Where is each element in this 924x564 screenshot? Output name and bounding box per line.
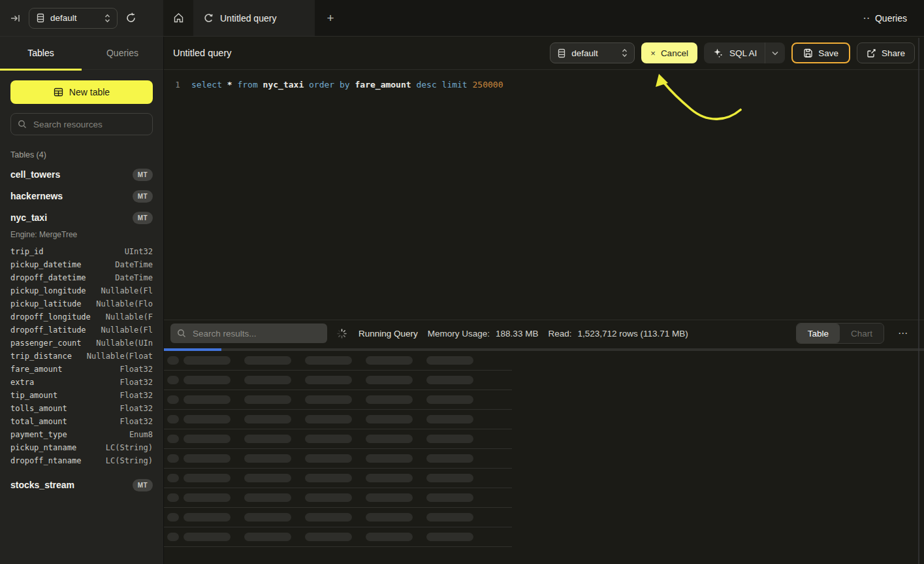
chevron-down-icon[interactable] (765, 51, 785, 56)
resource-search-input[interactable] (32, 119, 146, 130)
column-row[interactable]: extraFloat32 (10, 376, 153, 389)
query-database-selector[interactable]: default (550, 42, 635, 63)
view-tab-table-label: Table (808, 329, 829, 339)
home-tab-button[interactable] (163, 0, 193, 36)
top-bar: default (0, 0, 924, 37)
column-row[interactable]: dropoff_longitudeNullable(F (10, 310, 153, 323)
skeleton-cell (366, 376, 413, 384)
skeleton-cell (167, 533, 179, 541)
resource-search[interactable] (10, 113, 153, 135)
skeleton-cell (305, 474, 352, 482)
tab-strip: Untitled query + ·· Queries (163, 0, 924, 37)
scrollbar[interactable] (918, 38, 919, 564)
query-header-actions: default × Cancel (550, 42, 915, 63)
sidebar-tab-tables[interactable]: Tables (0, 37, 82, 69)
skeleton-cell (244, 376, 291, 384)
editor-line[interactable]: 1 select * from nyc_taxi order by fare_a… (164, 77, 924, 91)
skeleton-row (164, 508, 512, 527)
results-search[interactable] (170, 323, 327, 343)
table-item-nyc-taxi[interactable]: nyc_taxi MT (10, 211, 153, 224)
skeleton-cell (167, 474, 179, 482)
sidebar-tab-queries[interactable]: Queries (82, 37, 163, 69)
skeleton-cell (426, 415, 473, 423)
skeleton-cell (183, 454, 231, 463)
column-row[interactable]: payment_typeEnum8 (10, 428, 153, 441)
column-row[interactable]: dropoff_datetimeDateTime (10, 271, 153, 284)
column-list: trip_idUInt32pickup_datetimeDateTimedrop… (10, 245, 153, 467)
table-item-stocks-stream[interactable]: stocks_stream MT (10, 478, 153, 491)
skeleton-row (164, 449, 512, 469)
column-row[interactable]: trip_distanceNullable(Float (10, 350, 153, 363)
queries-button[interactable]: ·· Queries (846, 0, 924, 36)
sql-token-operator: * (227, 80, 238, 90)
table-item-cell-towers[interactable]: cell_towers MT (10, 168, 153, 181)
column-row[interactable]: tip_amountFloat32 (10, 389, 153, 402)
cancel-button[interactable]: × Cancel (641, 42, 697, 63)
database-icon (36, 13, 45, 23)
share-button[interactable]: Share (857, 42, 915, 63)
column-row[interactable]: pickup_latitudeNullable(Flo (10, 297, 153, 310)
new-table-button[interactable]: New table (10, 80, 153, 104)
column-row[interactable]: tolls_amountFloat32 (10, 402, 153, 415)
column-type: DateTime (115, 260, 153, 269)
column-row[interactable]: pickup_longitudeNullable(Fl (10, 284, 153, 297)
skeleton-cell (305, 376, 352, 384)
home-icon (173, 12, 184, 24)
tab-untitled-query[interactable]: Untitled query (193, 0, 315, 36)
skeleton-cell (167, 493, 179, 502)
new-tab-button[interactable]: + (315, 0, 346, 36)
refresh-button[interactable] (123, 10, 139, 26)
skeleton-cell (366, 415, 413, 423)
share-icon (867, 48, 876, 58)
column-name: payment_type (10, 430, 67, 439)
column-row[interactable]: dropoff_latitudeNullable(Fl (10, 323, 153, 337)
column-row[interactable]: pickup_ntanameLC(String) (10, 441, 153, 454)
column-type: DateTime (115, 273, 153, 282)
column-name: total_amount (10, 417, 67, 426)
skeleton-cell (183, 533, 231, 541)
skeleton-cell (426, 356, 473, 365)
table-item-hackernews[interactable]: hackernews MT (10, 190, 153, 203)
collapse-sidebar-button[interactable] (8, 10, 24, 26)
skeleton-row (164, 488, 512, 508)
view-toggle: Table Chart (796, 323, 884, 344)
column-name: trip_distance (10, 352, 72, 361)
sql-token-number: 250000 (473, 80, 503, 90)
memory-usage-label: Memory Usage: (428, 329, 490, 339)
skeleton-cell (305, 513, 352, 522)
column-row[interactable]: fare_amountFloat32 (10, 363, 153, 376)
sql-code-line[interactable]: select * from nyc_taxi order by fare_amo… (191, 80, 503, 90)
save-button[interactable]: Save (791, 42, 850, 63)
view-tab-table[interactable]: Table (797, 323, 840, 343)
column-row[interactable]: pickup_datetimeDateTime (10, 258, 153, 271)
skeleton-cell (366, 474, 413, 482)
column-type: Nullable(Float (87, 352, 153, 361)
sql-token-keyword: select (191, 80, 227, 90)
skeleton-cell (244, 474, 291, 482)
view-tab-chart[interactable]: Chart (840, 323, 884, 343)
skeleton-cell (426, 474, 473, 482)
column-row[interactable]: total_amountFloat32 (10, 415, 153, 428)
sidebar: Tables Queries New table (0, 37, 163, 564)
more-options-button[interactable]: ⋯ (894, 326, 912, 340)
sql-ai-button[interactable]: SQL AI (704, 42, 785, 63)
skeleton-cell (366, 395, 413, 404)
database-selector[interactable]: default (29, 8, 118, 29)
view-tab-chart-label: Chart (851, 329, 872, 339)
column-type: Float32 (119, 378, 153, 387)
skeleton-cell (366, 493, 413, 502)
column-row[interactable]: trip_idUInt32 (10, 245, 153, 258)
read-value: 1,523,712 rows (113.71 MB) (577, 329, 688, 339)
column-row[interactable]: passenger_countNullable(UIn (10, 337, 153, 350)
column-name: tip_amount (10, 391, 57, 400)
sql-editor[interactable]: 1 select * from nyc_taxi order by fare_a… (164, 70, 924, 91)
skeleton-cell (167, 454, 179, 463)
column-row[interactable]: dropoff_ntanameLC(String) (10, 454, 153, 467)
results-loading-skeleton (164, 351, 512, 547)
engine-badge: MT (133, 212, 153, 224)
line-number: 1 (164, 80, 191, 90)
results-search-input[interactable] (191, 328, 321, 339)
skeleton-cell (183, 513, 231, 522)
query-database-selector-value: default (571, 48, 616, 58)
query-header: Untitled query default (164, 37, 924, 70)
